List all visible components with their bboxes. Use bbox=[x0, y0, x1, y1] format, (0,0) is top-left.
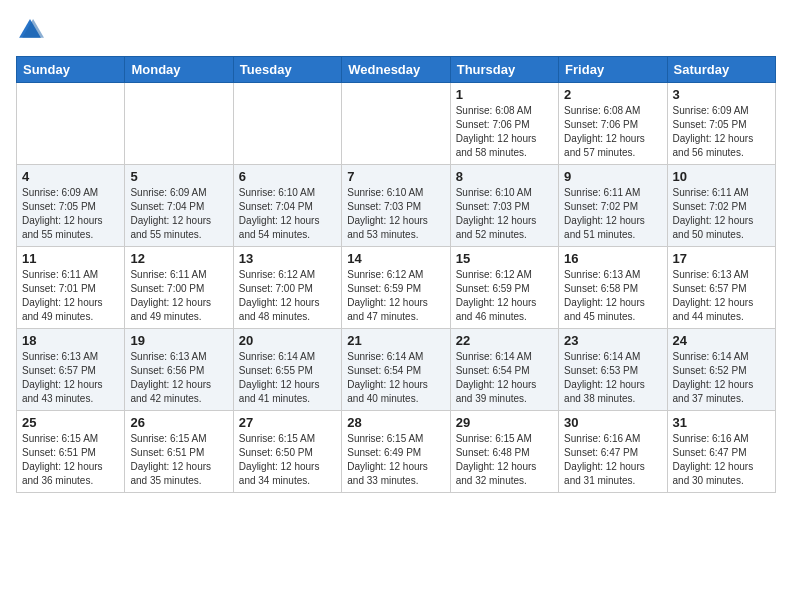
weekday-header-sunday: Sunday bbox=[17, 57, 125, 83]
day-info: Sunrise: 6:14 AM Sunset: 6:55 PM Dayligh… bbox=[239, 350, 336, 406]
day-info: Sunrise: 6:13 AM Sunset: 6:57 PM Dayligh… bbox=[673, 268, 770, 324]
day-cell-19: 19Sunrise: 6:13 AM Sunset: 6:56 PM Dayli… bbox=[125, 329, 233, 411]
day-number: 22 bbox=[456, 333, 553, 348]
day-number: 6 bbox=[239, 169, 336, 184]
day-number: 26 bbox=[130, 415, 227, 430]
week-row-2: 4Sunrise: 6:09 AM Sunset: 7:05 PM Daylig… bbox=[17, 165, 776, 247]
day-cell-18: 18Sunrise: 6:13 AM Sunset: 6:57 PM Dayli… bbox=[17, 329, 125, 411]
day-info: Sunrise: 6:14 AM Sunset: 6:53 PM Dayligh… bbox=[564, 350, 661, 406]
day-number: 8 bbox=[456, 169, 553, 184]
day-info: Sunrise: 6:10 AM Sunset: 7:03 PM Dayligh… bbox=[456, 186, 553, 242]
day-info: Sunrise: 6:16 AM Sunset: 6:47 PM Dayligh… bbox=[673, 432, 770, 488]
empty-cell bbox=[125, 83, 233, 165]
day-number: 9 bbox=[564, 169, 661, 184]
day-info: Sunrise: 6:15 AM Sunset: 6:50 PM Dayligh… bbox=[239, 432, 336, 488]
calendar-table: SundayMondayTuesdayWednesdayThursdayFrid… bbox=[16, 56, 776, 493]
day-cell-13: 13Sunrise: 6:12 AM Sunset: 7:00 PM Dayli… bbox=[233, 247, 341, 329]
weekday-header-row: SundayMondayTuesdayWednesdayThursdayFrid… bbox=[17, 57, 776, 83]
day-info: Sunrise: 6:12 AM Sunset: 7:00 PM Dayligh… bbox=[239, 268, 336, 324]
day-number: 10 bbox=[673, 169, 770, 184]
day-info: Sunrise: 6:09 AM Sunset: 7:05 PM Dayligh… bbox=[22, 186, 119, 242]
day-info: Sunrise: 6:10 AM Sunset: 7:04 PM Dayligh… bbox=[239, 186, 336, 242]
day-number: 17 bbox=[673, 251, 770, 266]
day-info: Sunrise: 6:12 AM Sunset: 6:59 PM Dayligh… bbox=[347, 268, 444, 324]
day-number: 13 bbox=[239, 251, 336, 266]
weekday-header-saturday: Saturday bbox=[667, 57, 775, 83]
day-info: Sunrise: 6:11 AM Sunset: 7:02 PM Dayligh… bbox=[564, 186, 661, 242]
day-cell-3: 3Sunrise: 6:09 AM Sunset: 7:05 PM Daylig… bbox=[667, 83, 775, 165]
day-cell-2: 2Sunrise: 6:08 AM Sunset: 7:06 PM Daylig… bbox=[559, 83, 667, 165]
week-row-1: 1Sunrise: 6:08 AM Sunset: 7:06 PM Daylig… bbox=[17, 83, 776, 165]
day-cell-22: 22Sunrise: 6:14 AM Sunset: 6:54 PM Dayli… bbox=[450, 329, 558, 411]
day-number: 21 bbox=[347, 333, 444, 348]
day-cell-7: 7Sunrise: 6:10 AM Sunset: 7:03 PM Daylig… bbox=[342, 165, 450, 247]
day-info: Sunrise: 6:10 AM Sunset: 7:03 PM Dayligh… bbox=[347, 186, 444, 242]
empty-cell bbox=[233, 83, 341, 165]
day-cell-17: 17Sunrise: 6:13 AM Sunset: 6:57 PM Dayli… bbox=[667, 247, 775, 329]
day-info: Sunrise: 6:13 AM Sunset: 6:58 PM Dayligh… bbox=[564, 268, 661, 324]
day-number: 5 bbox=[130, 169, 227, 184]
weekday-header-wednesday: Wednesday bbox=[342, 57, 450, 83]
day-number: 24 bbox=[673, 333, 770, 348]
day-number: 11 bbox=[22, 251, 119, 266]
day-info: Sunrise: 6:11 AM Sunset: 7:02 PM Dayligh… bbox=[673, 186, 770, 242]
day-info: Sunrise: 6:13 AM Sunset: 6:56 PM Dayligh… bbox=[130, 350, 227, 406]
logo-icon bbox=[16, 16, 44, 44]
day-cell-20: 20Sunrise: 6:14 AM Sunset: 6:55 PM Dayli… bbox=[233, 329, 341, 411]
day-cell-4: 4Sunrise: 6:09 AM Sunset: 7:05 PM Daylig… bbox=[17, 165, 125, 247]
day-cell-27: 27Sunrise: 6:15 AM Sunset: 6:50 PM Dayli… bbox=[233, 411, 341, 493]
day-number: 31 bbox=[673, 415, 770, 430]
day-number: 4 bbox=[22, 169, 119, 184]
day-number: 30 bbox=[564, 415, 661, 430]
weekday-header-monday: Monday bbox=[125, 57, 233, 83]
day-cell-12: 12Sunrise: 6:11 AM Sunset: 7:00 PM Dayli… bbox=[125, 247, 233, 329]
week-row-4: 18Sunrise: 6:13 AM Sunset: 6:57 PM Dayli… bbox=[17, 329, 776, 411]
day-number: 18 bbox=[22, 333, 119, 348]
day-cell-16: 16Sunrise: 6:13 AM Sunset: 6:58 PM Dayli… bbox=[559, 247, 667, 329]
day-info: Sunrise: 6:11 AM Sunset: 7:01 PM Dayligh… bbox=[22, 268, 119, 324]
day-number: 27 bbox=[239, 415, 336, 430]
day-number: 25 bbox=[22, 415, 119, 430]
day-number: 20 bbox=[239, 333, 336, 348]
day-info: Sunrise: 6:12 AM Sunset: 6:59 PM Dayligh… bbox=[456, 268, 553, 324]
day-info: Sunrise: 6:15 AM Sunset: 6:48 PM Dayligh… bbox=[456, 432, 553, 488]
page-header bbox=[16, 16, 776, 44]
day-number: 12 bbox=[130, 251, 227, 266]
day-cell-8: 8Sunrise: 6:10 AM Sunset: 7:03 PM Daylig… bbox=[450, 165, 558, 247]
day-cell-31: 31Sunrise: 6:16 AM Sunset: 6:47 PM Dayli… bbox=[667, 411, 775, 493]
day-info: Sunrise: 6:08 AM Sunset: 7:06 PM Dayligh… bbox=[564, 104, 661, 160]
day-number: 15 bbox=[456, 251, 553, 266]
day-number: 3 bbox=[673, 87, 770, 102]
day-number: 1 bbox=[456, 87, 553, 102]
day-cell-11: 11Sunrise: 6:11 AM Sunset: 7:01 PM Dayli… bbox=[17, 247, 125, 329]
day-cell-10: 10Sunrise: 6:11 AM Sunset: 7:02 PM Dayli… bbox=[667, 165, 775, 247]
day-info: Sunrise: 6:14 AM Sunset: 6:54 PM Dayligh… bbox=[456, 350, 553, 406]
day-number: 16 bbox=[564, 251, 661, 266]
day-number: 14 bbox=[347, 251, 444, 266]
day-cell-26: 26Sunrise: 6:15 AM Sunset: 6:51 PM Dayli… bbox=[125, 411, 233, 493]
day-cell-9: 9Sunrise: 6:11 AM Sunset: 7:02 PM Daylig… bbox=[559, 165, 667, 247]
day-cell-5: 5Sunrise: 6:09 AM Sunset: 7:04 PM Daylig… bbox=[125, 165, 233, 247]
day-info: Sunrise: 6:14 AM Sunset: 6:54 PM Dayligh… bbox=[347, 350, 444, 406]
day-info: Sunrise: 6:15 AM Sunset: 6:51 PM Dayligh… bbox=[130, 432, 227, 488]
day-cell-1: 1Sunrise: 6:08 AM Sunset: 7:06 PM Daylig… bbox=[450, 83, 558, 165]
week-row-3: 11Sunrise: 6:11 AM Sunset: 7:01 PM Dayli… bbox=[17, 247, 776, 329]
day-info: Sunrise: 6:13 AM Sunset: 6:57 PM Dayligh… bbox=[22, 350, 119, 406]
day-info: Sunrise: 6:16 AM Sunset: 6:47 PM Dayligh… bbox=[564, 432, 661, 488]
day-cell-23: 23Sunrise: 6:14 AM Sunset: 6:53 PM Dayli… bbox=[559, 329, 667, 411]
week-row-5: 25Sunrise: 6:15 AM Sunset: 6:51 PM Dayli… bbox=[17, 411, 776, 493]
day-number: 23 bbox=[564, 333, 661, 348]
day-cell-30: 30Sunrise: 6:16 AM Sunset: 6:47 PM Dayli… bbox=[559, 411, 667, 493]
day-info: Sunrise: 6:14 AM Sunset: 6:52 PM Dayligh… bbox=[673, 350, 770, 406]
day-cell-15: 15Sunrise: 6:12 AM Sunset: 6:59 PM Dayli… bbox=[450, 247, 558, 329]
day-info: Sunrise: 6:09 AM Sunset: 7:04 PM Dayligh… bbox=[130, 186, 227, 242]
day-info: Sunrise: 6:15 AM Sunset: 6:51 PM Dayligh… bbox=[22, 432, 119, 488]
day-cell-28: 28Sunrise: 6:15 AM Sunset: 6:49 PM Dayli… bbox=[342, 411, 450, 493]
day-info: Sunrise: 6:09 AM Sunset: 7:05 PM Dayligh… bbox=[673, 104, 770, 160]
empty-cell bbox=[342, 83, 450, 165]
empty-cell bbox=[17, 83, 125, 165]
weekday-header-friday: Friday bbox=[559, 57, 667, 83]
day-info: Sunrise: 6:15 AM Sunset: 6:49 PM Dayligh… bbox=[347, 432, 444, 488]
day-info: Sunrise: 6:11 AM Sunset: 7:00 PM Dayligh… bbox=[130, 268, 227, 324]
day-cell-25: 25Sunrise: 6:15 AM Sunset: 6:51 PM Dayli… bbox=[17, 411, 125, 493]
